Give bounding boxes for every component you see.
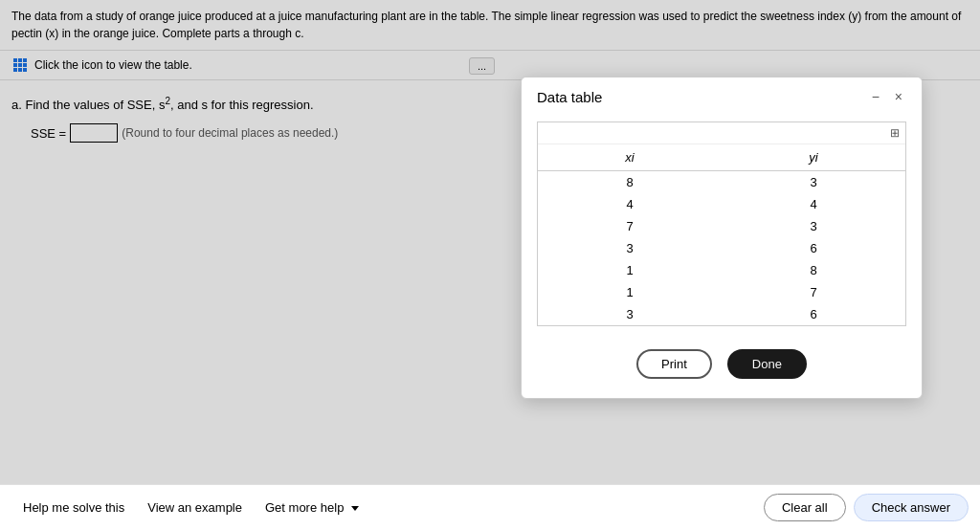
modal-title: Data table xyxy=(537,89,602,105)
cell-x: 3 xyxy=(538,303,722,325)
cell-y: 3 xyxy=(722,171,905,194)
table-row: 36 xyxy=(538,303,905,325)
data-table-modal: Data table − × ⊞ xi yi xyxy=(521,77,923,399)
modal-body: ⊞ xi yi 83447336181736 Print Done xyxy=(522,114,922,398)
bottom-left-buttons: Help me solve this View an example Get m… xyxy=(11,493,370,522)
table-row: 36 xyxy=(538,237,905,259)
data-table-container: ⊞ xi yi 83447336181736 xyxy=(537,121,906,326)
col-header-x: xi xyxy=(538,144,722,171)
cell-x: 4 xyxy=(538,193,722,215)
data-table: xi yi 83447336181736 xyxy=(538,144,905,325)
modal-overlay: Data table − × ⊞ xi yi xyxy=(0,0,980,530)
table-row: 17 xyxy=(538,281,905,303)
chevron-down-icon xyxy=(351,506,359,511)
modal-minimize-button[interactable]: − xyxy=(868,87,883,106)
cell-x: 8 xyxy=(538,171,722,194)
clear-all-button[interactable]: Clear all xyxy=(764,494,846,521)
modal-close-button[interactable]: × xyxy=(891,87,906,106)
bottom-right-buttons: Clear all Check answer xyxy=(764,494,969,521)
view-example-button[interactable]: View an example xyxy=(136,493,254,522)
table-row: 83 xyxy=(538,171,905,194)
cell-y: 7 xyxy=(722,281,905,303)
cell-x: 3 xyxy=(538,237,722,259)
data-table-toolbar: ⊞ xyxy=(538,122,905,144)
table-row: 44 xyxy=(538,193,905,215)
help-me-solve-button[interactable]: Help me solve this xyxy=(11,493,136,522)
modal-header: Data table − × xyxy=(522,77,922,114)
table-row: 73 xyxy=(538,215,905,237)
cell-y: 6 xyxy=(722,303,905,325)
cell-x: 7 xyxy=(538,215,722,237)
cell-x: 1 xyxy=(538,281,722,303)
check-answer-button[interactable]: Check answer xyxy=(854,494,969,521)
modal-footer: Print Done xyxy=(537,342,906,383)
table-toolbar-icon[interactable]: ⊞ xyxy=(890,126,900,140)
bottom-toolbar: Help me solve this View an example Get m… xyxy=(0,484,980,530)
cell-y: 4 xyxy=(722,193,905,215)
cell-y: 3 xyxy=(722,215,905,237)
modal-controls: − × xyxy=(868,87,906,106)
cell-y: 8 xyxy=(722,259,905,281)
print-button[interactable]: Print xyxy=(636,349,712,379)
get-more-help-button[interactable]: Get more help xyxy=(254,493,370,522)
table-row: 18 xyxy=(538,259,905,281)
cell-x: 1 xyxy=(538,259,722,281)
cell-y: 6 xyxy=(722,237,905,259)
done-button[interactable]: Done xyxy=(727,349,807,379)
col-header-y: yi xyxy=(722,144,905,171)
